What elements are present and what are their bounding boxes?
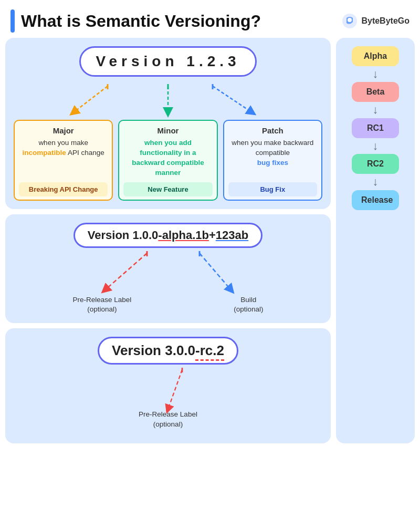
patch-body-normal: when you make backward compatible bbox=[232, 139, 313, 157]
pre-release-build-cols: Pre-Release Label(optional) Build(option… bbox=[14, 295, 322, 315]
arrow-4: ↓ bbox=[373, 175, 379, 189]
version-badge-1: Version 1.2.3 bbox=[79, 46, 256, 77]
major-body: when you make incompatible API change bbox=[19, 138, 108, 178]
patch-footer: Bug Fix bbox=[228, 182, 317, 196]
rc-underline: -rc.2 bbox=[195, 342, 224, 361]
version-text-1: Version 1.2.3 bbox=[96, 53, 240, 69]
arrows-svg-2 bbox=[14, 251, 322, 293]
minor-highlight: when you add functionality in a backward… bbox=[132, 139, 204, 177]
major-body-text1: when you make bbox=[38, 139, 88, 147]
arrow-1: ↓ bbox=[373, 67, 379, 81]
stage-beta: Beta bbox=[352, 82, 399, 102]
page-title: What is Semantic Versioning? bbox=[10, 9, 261, 33]
version-badge-wrapper-2: Version 1.0.0-alpha.1b+123ab bbox=[14, 223, 322, 248]
section-prerelease: Version 1.0.0-alpha.1b+123ab bbox=[5, 214, 331, 324]
minor-footer: New Feature bbox=[123, 182, 212, 196]
section-semantic-version: Version 1.2.3 bbox=[5, 38, 331, 209]
svg-line-9 bbox=[200, 253, 231, 290]
arrows-svg-3 bbox=[63, 368, 273, 415]
svg-line-8 bbox=[105, 253, 147, 290]
arrows-svg-1 bbox=[14, 84, 322, 116]
header: What is Semantic Versioning? ByteByteGo bbox=[0, 0, 420, 38]
arrow-2: ↓ bbox=[373, 103, 379, 117]
version-badge-2: Version 1.0.0-alpha.1b+123ab bbox=[74, 223, 262, 248]
minor-label: Minor bbox=[123, 126, 212, 135]
svg-line-4 bbox=[213, 86, 252, 112]
svg-line-2 bbox=[74, 86, 108, 112]
major-highlight: incompatible bbox=[23, 149, 66, 157]
svg-point-1 bbox=[348, 18, 352, 22]
stage-release: Release bbox=[352, 190, 399, 210]
build-underline: 123ab bbox=[216, 229, 248, 242]
stage-rc2: RC2 bbox=[352, 154, 399, 174]
version-badge-3: Version 3.0.0-rc.2 bbox=[98, 337, 238, 365]
patch-label: Patch bbox=[228, 126, 317, 135]
section3-body: Pre-Release Label(optional) bbox=[14, 368, 322, 435]
minor-body: when you add functionality in a backward… bbox=[123, 138, 212, 178]
stage-rc1: RC1 bbox=[352, 118, 399, 138]
logo-icon bbox=[341, 13, 358, 29]
section-rc: Version 3.0.0-rc.2 Pre-Release Label(opt… bbox=[5, 328, 331, 443]
patch-highlight: bug fixes bbox=[257, 159, 288, 167]
pre-release-underline: -alpha.1b bbox=[158, 229, 209, 242]
section3-pre-release-label: Pre-Release Label(optional) bbox=[139, 410, 197, 435]
version-badge-wrapper-3: Version 3.0.0-rc.2 bbox=[14, 337, 322, 365]
stage-alpha: Alpha bbox=[352, 46, 399, 66]
major-footer: Breaking API Change bbox=[19, 182, 108, 196]
major-label: Major bbox=[19, 126, 108, 135]
three-columns: Major when you make incompatible API cha… bbox=[14, 120, 322, 201]
left-panel: Version 1.2.3 bbox=[5, 38, 331, 443]
accent-bar bbox=[10, 9, 15, 33]
pre-release-label: Pre-Release Label(optional) bbox=[72, 295, 131, 315]
right-panel: Alpha ↓ Beta ↓ RC1 ↓ RC2 ↓ Release bbox=[336, 38, 415, 443]
main-content: Version 1.2.3 bbox=[0, 38, 420, 449]
svg-line-12 bbox=[168, 370, 182, 410]
minor-column: Minor when you add functionality in a ba… bbox=[118, 120, 217, 201]
major-column: Major when you make incompatible API cha… bbox=[14, 120, 113, 201]
arrow-3: ↓ bbox=[373, 139, 379, 153]
major-body-text2: API change bbox=[68, 149, 104, 157]
logo: ByteByteGo bbox=[341, 13, 410, 29]
build-label: Build(optional) bbox=[234, 295, 263, 315]
version-badge-wrapper: Version 1.2.3 bbox=[14, 46, 322, 81]
patch-body: when you make backward compatible bug fi… bbox=[228, 138, 317, 178]
patch-column: Patch when you make backward compatible … bbox=[223, 120, 322, 201]
